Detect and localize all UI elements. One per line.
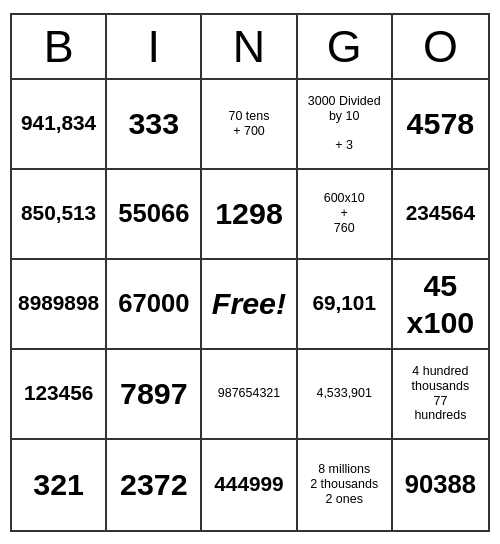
cell-text-4: 4578 bbox=[407, 105, 475, 141]
bingo-cell-2: 70 tens + 700 bbox=[202, 80, 297, 170]
bingo-cell-24: 90388 bbox=[393, 440, 488, 530]
bingo-cell-20: 321 bbox=[12, 440, 107, 530]
bingo-grid: 941,83433370 tens + 7003000 Divided by 1… bbox=[12, 80, 488, 530]
cell-text-22: 444999 bbox=[214, 472, 283, 497]
bingo-cell-14: 45 x100 bbox=[393, 260, 488, 350]
cell-text-24: 90388 bbox=[405, 469, 476, 500]
bingo-header: BINGO bbox=[12, 15, 488, 80]
cell-text-13: 69,101 bbox=[312, 291, 376, 316]
bingo-cell-18: 4,533,901 bbox=[298, 350, 393, 440]
bingo-cell-17: 987654321 bbox=[202, 350, 297, 440]
bingo-cell-22: 444999 bbox=[202, 440, 297, 530]
bingo-cell-6: 55066 bbox=[107, 170, 202, 260]
cell-text-18: 4,533,901 bbox=[316, 386, 371, 401]
bingo-cell-10: 8989898 bbox=[12, 260, 107, 350]
cell-text-21: 2372 bbox=[120, 466, 188, 502]
bingo-cell-15: 123456 bbox=[12, 350, 107, 440]
bingo-card: BINGO 941,83433370 tens + 7003000 Divide… bbox=[10, 13, 490, 532]
cell-text-12: Free! bbox=[212, 285, 286, 321]
bingo-cell-5: 850,513 bbox=[12, 170, 107, 260]
cell-text-10: 8989898 bbox=[18, 291, 99, 316]
cell-text-3: 3000 Divided by 10 + 3 bbox=[302, 94, 387, 154]
bingo-cell-12: Free! bbox=[202, 260, 297, 350]
header-letter-N: N bbox=[202, 15, 297, 78]
cell-text-16: 7897 bbox=[120, 375, 188, 411]
cell-text-1: 333 bbox=[128, 105, 179, 141]
cell-text-9: 234564 bbox=[406, 201, 475, 226]
header-letter-G: G bbox=[298, 15, 393, 78]
cell-text-20: 321 bbox=[33, 466, 84, 502]
bingo-cell-9: 234564 bbox=[393, 170, 488, 260]
cell-text-0: 941,834 bbox=[21, 111, 96, 136]
bingo-cell-16: 7897 bbox=[107, 350, 202, 440]
header-letter-B: B bbox=[12, 15, 107, 78]
bingo-cell-23: 8 millions 2 thousands 2 ones bbox=[298, 440, 393, 530]
cell-text-23: 8 millions 2 thousands 2 ones bbox=[310, 462, 378, 507]
cell-text-5: 850,513 bbox=[21, 201, 96, 226]
cell-text-7: 1298 bbox=[215, 195, 283, 231]
bingo-cell-0: 941,834 bbox=[12, 80, 107, 170]
bingo-cell-3: 3000 Divided by 10 + 3 bbox=[298, 80, 393, 170]
bingo-cell-21: 2372 bbox=[107, 440, 202, 530]
bingo-cell-7: 1298 bbox=[202, 170, 297, 260]
bingo-cell-4: 4578 bbox=[393, 80, 488, 170]
bingo-cell-19: 4 hundred thousands 77 hundreds bbox=[393, 350, 488, 440]
cell-text-14: 45 x100 bbox=[407, 267, 475, 340]
cell-text-8: 600x10 + 760 bbox=[324, 191, 365, 236]
bingo-cell-1: 333 bbox=[107, 80, 202, 170]
cell-text-6: 55066 bbox=[118, 198, 189, 229]
cell-text-15: 123456 bbox=[24, 381, 93, 406]
cell-text-11: 67000 bbox=[118, 288, 189, 319]
header-letter-O: O bbox=[393, 15, 488, 78]
cell-text-2: 70 tens + 700 bbox=[229, 109, 270, 139]
header-letter-I: I bbox=[107, 15, 202, 78]
bingo-cell-11: 67000 bbox=[107, 260, 202, 350]
cell-text-19: 4 hundred thousands 77 hundreds bbox=[397, 364, 484, 424]
cell-text-17: 987654321 bbox=[218, 386, 280, 401]
bingo-cell-8: 600x10 + 760 bbox=[298, 170, 393, 260]
bingo-cell-13: 69,101 bbox=[298, 260, 393, 350]
